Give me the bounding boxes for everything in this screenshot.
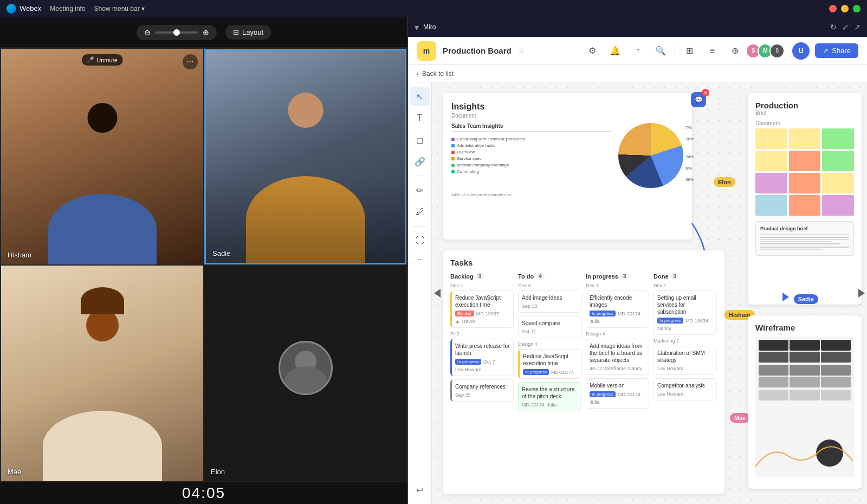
zoom-out-icon[interactable]: ⊖: [144, 28, 151, 37]
link-tool[interactable]: 🔗: [410, 152, 430, 171]
video-toolbar: ⊖ ⊕ ⊞ Layout: [0, 17, 407, 48]
miro-workspace: ↖ T ◻ 🔗 ✏ 🖊 ⛶ ·· ↩ Insights Document: [408, 82, 867, 504]
task-item[interactable]: Speed compare Oct 11: [518, 316, 581, 338]
webex-logo-icon: [7, 4, 16, 14]
task-item[interactable]: Add image ideas from the brief to a boar…: [586, 339, 649, 375]
production-subtitle: Brief: [755, 110, 854, 116]
upload-btn[interactable]: ↑: [629, 42, 646, 60]
show-menu-btn[interactable]: Show menu bar ▾: [94, 5, 145, 12]
notifications-btn[interactable]: 🔔: [606, 42, 624, 60]
sadie-label: Sadie: [212, 249, 230, 257]
time-display: 04:05: [0, 482, 407, 504]
avatar-count[interactable]: 8: [769, 43, 785, 59]
minimize-btn[interactable]: [841, 5, 849, 12]
task-item[interactable]: Setting up email services for subscripti…: [654, 290, 717, 335]
undo-btn[interactable]: ↩: [410, 480, 430, 500]
miro-canvas[interactable]: Insights Document Sales Team Insights Co…: [432, 82, 867, 504]
tasks-card: Tasks Backlog 3 Dev 1 Reduce JavaScript …: [443, 250, 724, 494]
miro-panel: ▾ Miro ↻ ⤢ ↗ m Production Board ☆ ⚙ 🔔 ↑ …: [407, 17, 867, 504]
share-button[interactable]: ↗ Share: [815, 43, 858, 58]
window-controls: [829, 5, 860, 12]
video-cell-sadie: Sadie: [204, 49, 406, 264]
miro-topbar: ▾ Miro ↻ ⤢ ↗: [408, 17, 867, 37]
tasks-title: Tasks: [450, 258, 717, 267]
expand-icon[interactable]: ⤢: [842, 23, 849, 31]
webex-logo: Webex: [7, 4, 41, 14]
elon-avatar: [279, 341, 333, 395]
text-tool[interactable]: T: [410, 108, 430, 128]
settings-btn[interactable]: ⚙: [584, 42, 601, 60]
more-tools[interactable]: ··: [417, 255, 422, 264]
inprogress-header: In progress 3: [586, 273, 649, 280]
video-cell-elon: Elon: [204, 266, 406, 481]
nav-right-arrow[interactable]: [858, 289, 865, 298]
more-options-btn[interactable]: ···: [183, 54, 198, 69]
refresh-icon[interactable]: ↻: [830, 23, 837, 31]
done-header: Done 3: [654, 273, 717, 280]
zoom-icon[interactable]: ⊕: [726, 42, 743, 60]
wireframe-card: Wireframe: [748, 315, 862, 489]
filter-icon[interactable]: ≡: [703, 42, 721, 60]
zoom-in-icon[interactable]: ⊕: [203, 28, 209, 37]
task-item[interactable]: Efficiently encode images In progress MD…: [586, 290, 649, 328]
back-nav[interactable]: ‹ Back to list: [408, 65, 867, 82]
task-item[interactable]: Reduce JavaScript execution time In prog…: [518, 349, 581, 379]
task-item[interactable]: Company references Sep 25: [450, 379, 514, 402]
zoom-slider[interactable]: [155, 31, 198, 34]
doc-label: Document: [755, 120, 854, 126]
cursor-elon: Elon: [714, 177, 735, 187]
topbar-controls: ↻ ⤢ ↗: [830, 23, 860, 31]
insights-subtitle: Document: [451, 113, 683, 119]
comment-bubble[interactable]: 💬 6: [691, 92, 706, 107]
crop-tool[interactable]: ⛶: [410, 231, 430, 250]
layout-icon: ⊞: [233, 28, 239, 36]
star-icon[interactable]: ☆: [518, 47, 525, 55]
task-item[interactable]: Reduce JavaScript execution time Blocker…: [450, 290, 514, 328]
sadie-cursor-area: Sadie: [782, 293, 818, 304]
layout-button[interactable]: ⊞ Layout: [225, 25, 271, 40]
unmute-badge[interactable]: 🎤 Unmute: [81, 54, 123, 66]
insights-card: Insights Document Sales Team Insights Co…: [443, 93, 692, 240]
grid-view-btn[interactable]: ⊞: [681, 42, 698, 60]
miro-app-title: Miro: [423, 23, 436, 31]
todo-header: To do 4: [518, 273, 581, 280]
sticky-tool[interactable]: ◻: [410, 130, 430, 150]
task-item[interactable]: Elaboration of SMM strategy Lou Howard: [654, 346, 717, 375]
close-btn[interactable]: [829, 5, 837, 12]
share-icon: ↗: [823, 47, 829, 55]
back-icon: ‹: [417, 70, 419, 77]
video-cell-mae: Mae: [1, 266, 203, 481]
task-item[interactable]: Write press release for launch In progre…: [450, 339, 514, 376]
nav-left-arrow[interactable]: [434, 289, 441, 298]
task-item[interactable]: Mobile version In progress MD-20174 Juli…: [586, 378, 649, 409]
cursor-tool[interactable]: ↖: [410, 87, 430, 106]
meeting-info-btn[interactable]: Meeting info: [50, 5, 85, 12]
production-card: Production Brief Document: [748, 93, 862, 305]
insights-title: Insights: [451, 102, 683, 112]
brief-title: Product design brief: [760, 226, 849, 231]
marker-tool[interactable]: 🖊: [410, 202, 430, 222]
video-panel: ⊖ ⊕ ⊞ Layout 🎤 Unmute: [0, 17, 407, 504]
cursor-mae: Mae: [730, 413, 750, 423]
maximize-btn[interactable]: [853, 5, 860, 12]
wireframe-chart: [755, 434, 854, 477]
external-link-icon[interactable]: ↗: [854, 23, 860, 31]
miro-logo: m: [417, 41, 436, 61]
search-btn[interactable]: 🔍: [652, 42, 669, 60]
mic-icon: 🎤: [87, 56, 94, 63]
current-user-avatar: U: [792, 42, 810, 60]
pen-tool[interactable]: ✏: [410, 180, 430, 200]
titlebar: Webex Meeting info Show menu bar ▾: [0, 0, 867, 17]
task-item[interactable]: Revise the a structure of the pitch deck…: [518, 382, 581, 411]
tool-sep: [413, 176, 426, 176]
elon-label: Elon: [211, 468, 225, 476]
app-name: Webex: [20, 4, 41, 12]
hisham-label: Hisham: [8, 251, 31, 259]
miro-toolbar: ↖ T ◻ 🔗 ✏ 🖊 ⛶ ·· ↩: [408, 82, 432, 504]
zoom-control[interactable]: ⊖ ⊕: [137, 25, 217, 40]
task-item[interactable]: Add image ideas Sep 30: [518, 290, 581, 313]
sadie-cursor-triangle: [782, 293, 789, 301]
comment-count: 6: [702, 89, 709, 96]
miro-header: m Production Board ☆ ⚙ 🔔 ↑ 🔍 ⊞ ≡ ⊕ S M 8…: [408, 37, 867, 65]
task-item[interactable]: Competitor analysis Lou Howard: [654, 378, 717, 400]
